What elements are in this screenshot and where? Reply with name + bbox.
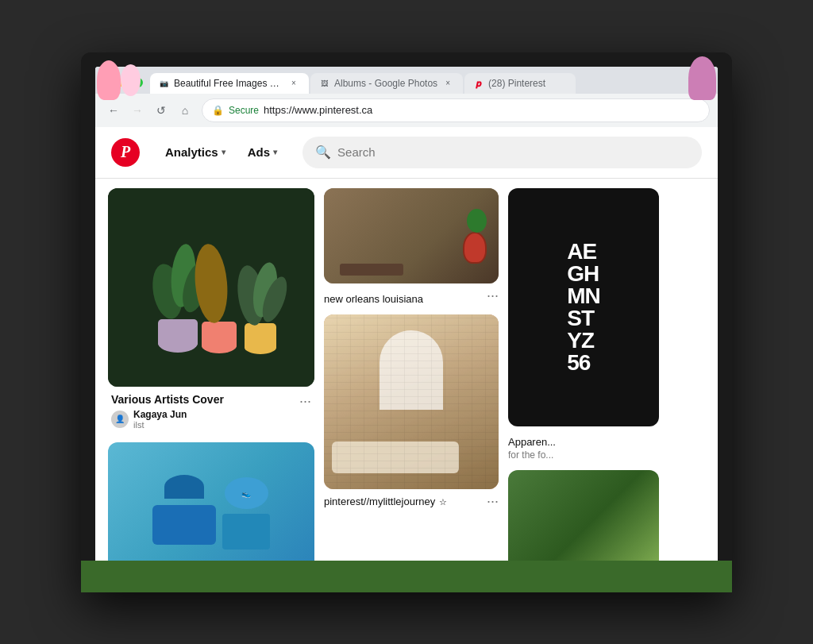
url-display: https://www.pinterest.ca [264, 104, 372, 116]
pin-card-clothing[interactable]: 👟 [108, 442, 314, 578]
nav-buttons: ← → ↺ ⌂ [103, 100, 195, 121]
pin-nola-image [324, 188, 499, 283]
pin-garden-image [508, 470, 659, 578]
pin-nola-info: new orleans louisiana ··· [324, 288, 499, 305]
tabs-row: 📷 Beautiful Free Images & Pictur... × 🖼 … [150, 73, 711, 94]
pin-column-1: Various Artists Cover ··· 👤 Kagaya Jun i… [108, 188, 314, 569]
tab-bar: 📷 Beautiful Free Images & Pictur... × 🖼 … [95, 67, 718, 94]
hat-decoration [164, 475, 204, 499]
browser-tab-3[interactable]: 𝙥 (28) Pinterest [464, 73, 576, 94]
pinterest-p-letter: P [121, 143, 130, 161]
pin-plants-author-name: Kagaya Jun [133, 409, 187, 420]
pin-plants-title: Various Artists Cover [111, 393, 224, 406]
pinterest-page: P Analytics ▾ Ads ▾ 🔍 Search [95, 127, 718, 578]
pin-column-3: AEGHMNSTYZ56 Apparen... for the fo... [508, 188, 659, 569]
pin-column-2: new orleans louisiana ··· [324, 188, 499, 569]
pin-plants-info: Various Artists Cover ··· 👤 Kagaya Jun i… [108, 387, 314, 433]
svg-rect-2 [158, 319, 198, 347]
pin-clothing-image: 👟 [108, 442, 314, 578]
pin-typography-subcaption: for the fo... [508, 449, 556, 461]
pin-typography-caption: Apparen... [508, 436, 556, 448]
ads-label: Ads [248, 145, 270, 159]
pin-interior-caption-wrap: pinterest//mylittlejourney ☆ [324, 494, 447, 508]
pin-plants-image [108, 188, 314, 387]
tab-1-favicon: 📷 [158, 78, 169, 89]
analytics-label: Analytics [165, 145, 218, 159]
ads-menu-item[interactable]: Ads ▾ [238, 139, 287, 165]
search-placeholder: Search [337, 145, 376, 159]
tab-2-title: Albums - Google Photos [334, 78, 437, 89]
pin-typography-image: AEGHMNSTYZ56 [508, 188, 659, 426]
pin-card-typography[interactable]: AEGHMNSTYZ56 Apparen... for the fo... [508, 188, 659, 461]
pin-plants-more-button[interactable]: ··· [299, 394, 311, 408]
secure-lock-icon: 🔒 [212, 105, 224, 116]
ground-decoration [508, 561, 659, 578]
pinterest-logo[interactable]: P [111, 138, 140, 167]
svg-rect-11 [245, 323, 276, 351]
browser-screen: 📷 Beautiful Free Images & Pictur... × 🖼 … [95, 67, 718, 578]
tab-3-favicon: 𝙥 [472, 78, 484, 89]
garden-scene [508, 470, 659, 578]
accessory2-decoration [222, 514, 270, 550]
analytics-chevron-icon: ▾ [222, 148, 225, 156]
pin-interior-image [324, 314, 499, 489]
pin-typography-info: Apparen... for the fo... [508, 431, 659, 461]
pin-interior-info: pinterest//mylittlejourney ☆ ··· [324, 494, 499, 508]
tab-2-favicon: 🖼 [318, 78, 329, 89]
back-button[interactable]: ← [103, 100, 124, 121]
pinterest-navbar: P Analytics ▾ Ads ▾ 🔍 Search [95, 127, 718, 179]
typography-text: AEGHMNSTYZ56 [559, 233, 608, 382]
pin-interior-more-button[interactable]: ··· [487, 494, 499, 508]
ads-chevron-icon: ▾ [273, 148, 277, 156]
plant-top-decoration [467, 209, 487, 233]
search-bar[interactable]: 🔍 Search [302, 137, 702, 168]
pot-decoration [463, 232, 487, 264]
pin-interior-caption: pinterest//mylittlejourney [324, 496, 435, 507]
forward-button[interactable]: → [127, 100, 148, 121]
pin-plants-author-handle: ilst [133, 420, 187, 430]
browser-tab-1[interactable]: 📷 Beautiful Free Images & Pictur... × [150, 73, 309, 94]
browser-tab-2[interactable]: 🖼 Albums - Google Photos × [310, 73, 463, 94]
star-icon: ☆ [439, 497, 447, 507]
accessory-decoration: 👟 [225, 477, 268, 509]
pin-typography-captions: Apparen... for the fo... [508, 431, 556, 461]
clothing-scene: 👟 [108, 442, 314, 578]
tab-3-title: (28) Pinterest [488, 78, 566, 89]
pin-card-interior[interactable]: pinterest//mylittlejourney ☆ ··· [324, 314, 499, 508]
svg-rect-7 [202, 322, 237, 349]
browser-chrome: 📷 Beautiful Free Images & Pictur... × 🖼 … [95, 67, 718, 127]
bench-decoration [340, 264, 403, 276]
pin-card-plants[interactable]: Various Artists Cover ··· 👤 Kagaya Jun i… [108, 188, 314, 433]
secure-label: Secure [229, 105, 259, 116]
pin-nola-caption: new orleans louisiana [324, 293, 423, 305]
tab-1-close-button[interactable]: × [288, 78, 299, 89]
tab-1-title: Beautiful Free Images & Pictur... [174, 78, 283, 89]
reload-button[interactable]: ↺ [151, 100, 171, 121]
interior-scene [324, 314, 499, 489]
analytics-menu-item[interactable]: Analytics ▾ [156, 139, 235, 165]
search-icon: 🔍 [315, 145, 331, 160]
pin-nola-more-button[interactable]: ··· [487, 288, 499, 303]
shirt-decoration [152, 505, 216, 545]
pin-plants-author-info: Kagaya Jun ilst [133, 409, 187, 430]
pin-card-nola[interactable]: new orleans louisiana ··· [324, 188, 499, 305]
pin-plants-author: 👤 Kagaya Jun ilst [111, 409, 311, 430]
pin-card-garden[interactable] [508, 470, 659, 578]
address-bar[interactable]: 🔒 Secure https://www.pinterest.ca [202, 98, 710, 122]
nola-scene [324, 188, 499, 283]
brick-pattern [324, 314, 499, 489]
nav-menu: Analytics ▾ Ads ▾ [156, 139, 287, 165]
address-bar-row: ← → ↺ ⌂ 🔒 Secure https://www.pinterest.c… [95, 94, 718, 127]
laptop-frame: 📷 Beautiful Free Images & Pictur... × 🖼 … [81, 52, 732, 592]
home-button[interactable]: ⌂ [175, 100, 195, 121]
pin-plants-author-avatar: 👤 [111, 411, 129, 428]
pinterest-content-grid: Various Artists Cover ··· 👤 Kagaya Jun i… [95, 179, 718, 578]
tab-2-close-button[interactable]: × [442, 78, 453, 89]
